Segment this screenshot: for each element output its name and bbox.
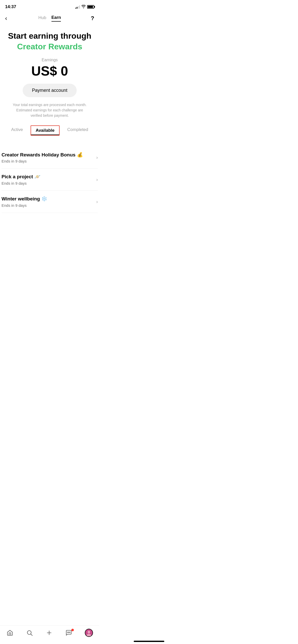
payment-account-button[interactable]: Payment account <box>23 84 76 97</box>
challenge-title-1: Creator Rewards Holiday Bonus 💰 <box>2 152 94 158</box>
challenge-item-3[interactable]: Winter wellbeing ❄️ Ends in 9 days › <box>2 191 98 213</box>
main-content: Start earning through Creator Rewards Ea… <box>0 26 99 147</box>
challenge-title-2: Pick a project 🪐 <box>2 174 94 180</box>
nav-header: ‹ Hub Earn ? <box>0 12 99 26</box>
signal-icon <box>75 5 80 9</box>
challenge-subtitle-3: Ends in 9 days <box>2 203 94 208</box>
filter-tab-completed[interactable]: Completed <box>67 127 88 134</box>
earnings-note: Your total earnings are processed each m… <box>8 102 92 118</box>
filter-tabs: Active Available Completed <box>8 125 92 136</box>
challenge-arrow-1: › <box>96 155 98 160</box>
challenge-item-1[interactable]: Creator Rewards Holiday Bonus 💰 Ends in … <box>2 147 98 169</box>
nav-tabs: Hub Earn <box>38 15 61 22</box>
filter-tab-available[interactable]: Available <box>31 125 60 136</box>
filter-tab-active[interactable]: Active <box>11 127 23 134</box>
status-time: 14:37 <box>5 4 16 9</box>
challenge-subtitle-2: Ends in 9 days <box>2 181 94 185</box>
help-button[interactable]: ? <box>84 15 94 22</box>
hero-title-line2: Creator Rewards <box>8 42 92 51</box>
hero-title-line1: Start earning through <box>8 31 92 41</box>
back-button[interactable]: ‹ <box>5 15 15 22</box>
battery-icon <box>87 5 94 9</box>
challenges-list: Creator Rewards Holiday Bonus 💰 Ends in … <box>0 147 99 213</box>
challenge-title-3: Winter wellbeing ❄️ <box>2 196 94 202</box>
wifi-icon <box>82 5 86 9</box>
status-icons <box>75 5 94 9</box>
earnings-label: Earnings <box>8 58 92 62</box>
challenge-item-2[interactable]: Pick a project 🪐 Ends in 9 days › <box>2 169 98 191</box>
challenge-arrow-3: › <box>96 199 98 204</box>
challenge-subtitle-1: Ends in 9 days <box>2 159 94 163</box>
tab-hub[interactable]: Hub <box>38 15 46 21</box>
earnings-amount: US$ 0 <box>8 63 92 79</box>
tab-earn[interactable]: Earn <box>51 15 61 22</box>
challenge-arrow-2: › <box>96 177 98 182</box>
status-bar: 14:37 <box>0 0 99 12</box>
